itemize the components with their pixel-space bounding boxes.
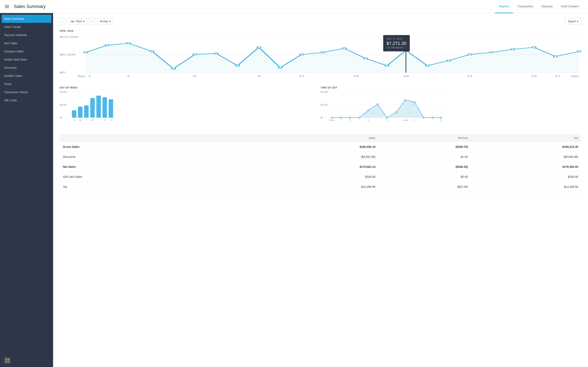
- row-label: Gross Sales: [60, 142, 268, 152]
- sidebar: Sales Summary Sales Trends Payment Metho…: [0, 13, 53, 367]
- svg-rect-60: [109, 99, 113, 118]
- svg-point-14: [150, 50, 154, 52]
- date-dropdown[interactable]: Apr. 2015 ▾: [68, 18, 87, 25]
- svg-point-78: [359, 117, 360, 118]
- svg-rect-54: [72, 110, 76, 118]
- svg-point-28: [447, 60, 450, 61]
- svg-text:9: 9: [258, 75, 260, 77]
- svg-rect-56: [84, 105, 89, 118]
- sidebar-item-mobile-staff-sales[interactable]: Mobile Staff Sales: [0, 55, 53, 64]
- svg-point-27: [425, 65, 429, 67]
- svg-text:6: 6: [193, 75, 196, 77]
- table-row: Gift Card Sales $330.00 $0.00 $330.00: [60, 172, 581, 182]
- time-dropdown[interactable]: All Day ▾: [97, 18, 113, 25]
- svg-text:T: T: [98, 119, 99, 121]
- svg-point-21: [300, 54, 303, 55]
- svg-text:T: T: [86, 119, 87, 121]
- svg-text:$20,000: $20,000: [320, 104, 328, 106]
- svg-point-30: [489, 52, 493, 53]
- svg-text:3: 3: [127, 75, 130, 77]
- svg-text:$40,000: $40,000: [320, 91, 328, 93]
- dow-chart-label: DAY OF WEEK: [60, 86, 320, 89]
- row-refunds: ($269.70): [379, 142, 471, 152]
- sidebar-item-modifier-sales[interactable]: Modifier Sales: [0, 72, 53, 80]
- top-nav: Sales Summary Reports Transactions Depos…: [0, 0, 588, 13]
- svg-text:12 pm: 12 pm: [402, 119, 408, 121]
- sidebar-item-discounts[interactable]: Discounts: [0, 64, 53, 72]
- table-row: Tax $14,280.56 ($22.00) $14,258.56: [60, 182, 581, 192]
- svg-point-13: [127, 42, 130, 44]
- svg-point-85: [423, 117, 424, 118]
- svg-point-15: [172, 68, 175, 69]
- layout: Sales Summary Sales Trends Payment Metho…: [0, 13, 588, 367]
- svg-rect-2: [6, 361, 7, 362]
- main-content: ‹ Apr. 2015 ▾ › All Day ▾ Export ▾ APR. …: [53, 13, 588, 367]
- row-sales: $180,493.10: [268, 142, 379, 152]
- svg-text:S: S: [73, 119, 75, 121]
- svg-rect-1: [8, 359, 9, 360]
- table-body: Gross Sales $180,493.10 ($269.70) $180,2…: [60, 142, 581, 192]
- main-chart-section: APR. 2015 $10,000 $5,000 $0: [60, 29, 581, 80]
- svg-point-24: [364, 58, 367, 59]
- next-button[interactable]: ›: [89, 18, 95, 25]
- svg-text:Apr. 30: Apr. 30: [571, 75, 581, 77]
- svg-point-76: [340, 117, 342, 118]
- page-title: Sales Summary: [14, 4, 495, 9]
- tab-cash-drawers[interactable]: Cash Drawers: [557, 0, 583, 13]
- row-net: ($3,830.46): [471, 152, 581, 162]
- tab-transactions[interactable]: Transactions: [513, 0, 537, 13]
- sidebar-item-taxes[interactable]: Taxes: [0, 80, 53, 88]
- svg-point-79: [368, 110, 369, 111]
- hamburger-menu[interactable]: [5, 5, 9, 8]
- row-refunds: ($268.20): [379, 162, 471, 172]
- main-chart-label: APR. 2015: [60, 29, 581, 33]
- svg-point-81: [386, 117, 388, 118]
- sidebar-item-sales-summary[interactable]: Sales Summary: [2, 15, 52, 23]
- sidebar-item-payment-methods[interactable]: Payment Methods: [0, 31, 53, 39]
- svg-rect-3: [8, 361, 9, 362]
- svg-point-80: [377, 104, 379, 105]
- sidebar-item-category-sales[interactable]: Category Sales: [0, 47, 53, 55]
- svg-point-20: [278, 67, 282, 68]
- svg-point-31: [511, 49, 515, 50]
- svg-rect-0: [6, 359, 7, 360]
- prev-button[interactable]: ‹: [60, 18, 66, 25]
- tab-deposits[interactable]: Deposits: [537, 0, 557, 13]
- svg-text:15: 15: [353, 75, 359, 77]
- sidebar-item-transaction-status[interactable]: Transaction Status: [0, 88, 53, 96]
- svg-point-25: [385, 65, 389, 67]
- tod-chart-svg: $40,000 $20,000 $0: [320, 90, 443, 127]
- col-header-label: [60, 134, 268, 142]
- svg-text:Apr. 1: Apr. 1: [77, 75, 91, 77]
- main-chart-container: $10,000 $5,000 $0: [60, 34, 581, 80]
- row-refunds: ($22.00): [379, 182, 471, 192]
- main-chart-svg: $10,000 $5,000 $0: [60, 34, 581, 79]
- row-sales: $176,661.14: [268, 162, 379, 172]
- table-row: Gross Sales $180,493.10 ($269.70) $180,2…: [60, 142, 581, 152]
- col-header-sales: Sales: [268, 134, 379, 142]
- export-button[interactable]: Export ▾: [565, 18, 581, 25]
- svg-text:3: 3: [414, 119, 415, 121]
- sidebar-item-item-sales[interactable]: Item Sales: [0, 39, 53, 47]
- svg-text:$10,000: $10,000: [60, 36, 78, 38]
- svg-text:6: 6: [368, 119, 369, 121]
- row-sales: $330.00: [268, 172, 379, 182]
- sidebar-item-gift-cards[interactable]: Gift Cards: [0, 96, 53, 104]
- svg-text:9: 9: [386, 119, 388, 121]
- table-row: Discounts ($3,831.96) $1.50 ($3,830.46): [60, 152, 581, 162]
- svg-text:F: F: [104, 119, 105, 121]
- svg-text:18: 18: [403, 75, 409, 77]
- svg-text:$20,000: $20,000: [60, 104, 67, 106]
- svg-rect-55: [78, 107, 82, 118]
- sidebar-bottom-icon[interactable]: [4, 357, 11, 364]
- svg-point-32: [532, 47, 536, 48]
- tod-chart-label: TIME OF DAY: [320, 86, 581, 89]
- svg-point-19: [257, 47, 261, 48]
- svg-text:24: 24: [531, 75, 537, 77]
- svg-point-83: [405, 100, 406, 101]
- svg-text:$0: $0: [60, 117, 62, 119]
- time-of-day-chart: TIME OF DAY $40,000 $20,000 $0: [320, 86, 581, 127]
- svg-text:12: 12: [299, 75, 304, 77]
- sidebar-item-sales-trends[interactable]: Sales Trends: [0, 23, 53, 31]
- tab-reports[interactable]: Reports: [495, 0, 513, 13]
